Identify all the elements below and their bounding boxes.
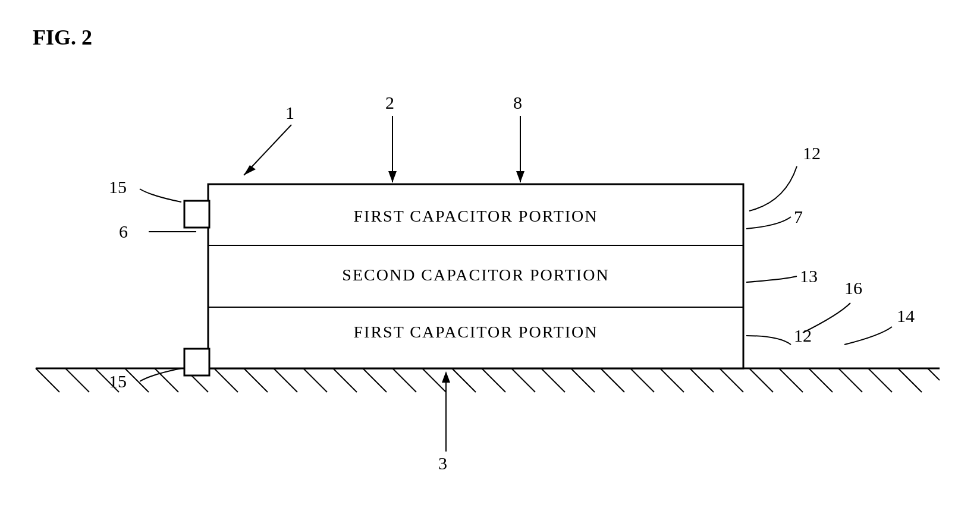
ref7-label: 7 <box>794 207 803 226</box>
ref2-label: 2 <box>385 93 394 112</box>
svg-marker-44 <box>442 371 450 383</box>
ref16-label: 16 <box>844 278 862 298</box>
svg-line-29 <box>868 368 892 392</box>
svg-line-28 <box>838 368 862 392</box>
ref13-label: 13 <box>800 266 818 286</box>
svg-line-18 <box>541 368 565 392</box>
svg-rect-36 <box>184 349 209 375</box>
svg-line-14 <box>422 368 446 392</box>
svg-line-31 <box>928 368 940 380</box>
svg-line-11 <box>333 368 357 392</box>
ref8-label: 8 <box>513 93 522 112</box>
first-capacitor-bottom-label: FIRST CAPACITOR PORTION <box>353 323 598 341</box>
ref14-label: 14 <box>897 306 915 326</box>
svg-line-4 <box>125 368 149 392</box>
svg-line-20 <box>601 368 624 392</box>
svg-line-26 <box>779 368 803 392</box>
svg-line-1 <box>36 368 59 392</box>
ref3-label: 3 <box>438 453 447 473</box>
svg-line-24 <box>720 368 743 392</box>
svg-line-21 <box>630 368 654 392</box>
ref12a-label: 12 <box>803 143 821 163</box>
first-capacitor-top-label: FIRST CAPACITOR PORTION <box>353 207 598 225</box>
svg-marker-38 <box>244 165 256 175</box>
svg-line-23 <box>690 368 714 392</box>
diagram-container: FIG. 2 <box>0 0 980 505</box>
svg-line-2 <box>65 368 89 392</box>
second-capacitor-label: SECOND CAPACITOR PORTION <box>342 266 609 284</box>
svg-line-8 <box>244 368 268 392</box>
ref6-label: 6 <box>119 222 128 241</box>
ref15a-label: 15 <box>109 177 127 197</box>
ref15b-label: 15 <box>109 371 127 391</box>
figure-title: FIG. 2 <box>33 26 92 49</box>
svg-line-10 <box>303 368 327 392</box>
ref1-label: 1 <box>285 103 294 122</box>
svg-line-7 <box>214 368 238 392</box>
svg-line-9 <box>274 368 297 392</box>
svg-line-19 <box>571 368 595 392</box>
svg-line-27 <box>809 368 833 392</box>
svg-line-17 <box>511 368 535 392</box>
svg-line-22 <box>660 368 684 392</box>
svg-line-12 <box>363 368 387 392</box>
svg-marker-40 <box>388 171 397 182</box>
ref12b-label: 12 <box>794 326 812 345</box>
svg-line-15 <box>452 368 476 392</box>
svg-rect-35 <box>184 201 209 228</box>
substrate-hatch <box>36 368 940 392</box>
svg-line-30 <box>898 368 922 392</box>
svg-line-13 <box>392 368 416 392</box>
svg-line-16 <box>482 368 505 392</box>
svg-marker-42 <box>516 171 524 182</box>
svg-line-25 <box>749 368 773 392</box>
